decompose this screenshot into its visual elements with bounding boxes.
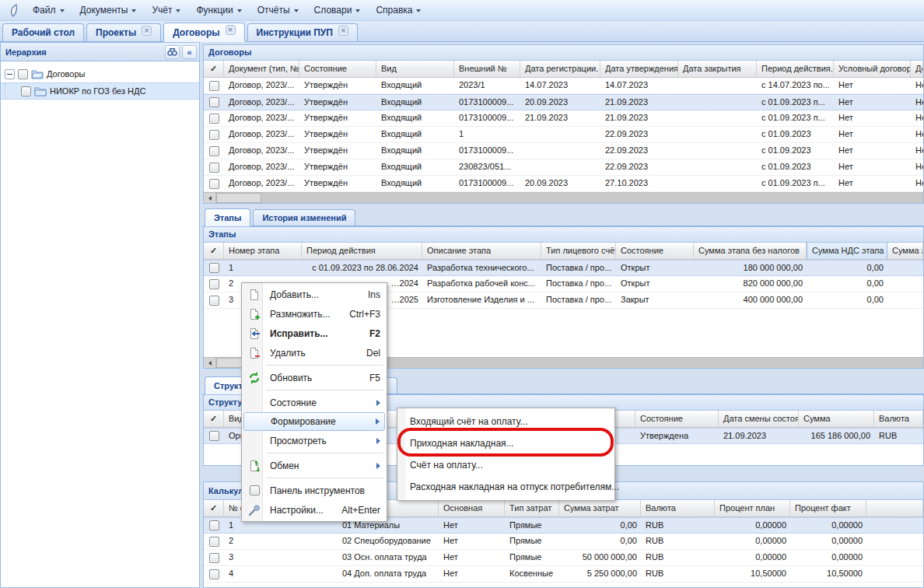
table-row[interactable]: Договор, 2023/...УтверждёнВходящий017310…	[204, 176, 923, 192]
row-checkbox[interactable]	[204, 429, 224, 443]
menubar-item-reports[interactable]: Отчёты	[250, 2, 306, 18]
row-checkbox[interactable]	[204, 550, 224, 565]
tab-desktop[interactable]: Рабочий стол	[2, 23, 84, 41]
close-icon[interactable]: ✕	[226, 25, 236, 35]
collapse-left-icon[interactable]: «	[182, 45, 197, 59]
row-checkbox[interactable]	[204, 95, 224, 110]
column-header[interactable]: Сумма НДС этапа	[807, 243, 887, 259]
row-checkbox[interactable]	[204, 518, 224, 533]
tab-change-history[interactable]: История изменений	[253, 209, 355, 226]
table-row[interactable]: 202 СпецоборудованиеНетПрямые0,00RUB0,00…	[204, 534, 923, 550]
row-checkbox[interactable]	[204, 159, 224, 175]
tab-stages[interactable]: Этапы	[205, 208, 250, 226]
scrollbar-thumb[interactable]	[216, 193, 261, 203]
menubar-item-accounting[interactable]: Учёт	[144, 2, 188, 18]
column-header[interactable]: Описание этапа	[422, 243, 541, 259]
column-header[interactable]: Тип затрат	[505, 500, 559, 516]
table-row[interactable]: Договор, 2023/...УтверждёнВходящий122.09…	[204, 127, 923, 143]
table-row[interactable]: 303 Осн. оплата трудаНетПрямые50 000 000…	[204, 550, 923, 566]
column-header[interactable]: Сумма затрат	[559, 500, 641, 516]
row-checkbox[interactable]	[204, 534, 224, 549]
column-header[interactable]: Валюта	[641, 500, 715, 516]
table-row[interactable]: Договор, 2023/...УтверждёнВходящий017310…	[204, 94, 923, 110]
table-row[interactable]: Договор, 2023/...УтверждёнВходящий2023/1…	[204, 78, 923, 94]
context-menu-item[interactable]: Панель инструментов	[243, 481, 385, 500]
table-row[interactable]: Договор, 2023/...УтверждёнВходящий017310…	[204, 110, 923, 127]
menubar-item-help[interactable]: Справка	[368, 2, 429, 18]
row-checkbox[interactable]	[204, 566, 224, 582]
table-row[interactable]: Договор, 2023/...УтверждёнВходящий230823…	[204, 159, 923, 176]
column-header[interactable]: Процент факт	[790, 500, 866, 516]
column-header[interactable]: Состояние	[635, 411, 719, 427]
context-menu-item[interactable]: Формирование	[243, 412, 385, 431]
scroll-left-icon[interactable]	[204, 193, 216, 203]
table-row[interactable]: 1с 01.09.2023 по 28.06.2024Разработка те…	[204, 260, 923, 276]
column-header[interactable]: Сумма	[799, 411, 874, 427]
tree-node[interactable]: Договоры	[1, 65, 199, 82]
submenu-item[interactable]: Счёт на оплату...	[399, 454, 613, 476]
column-header[interactable]: ✓	[204, 61, 224, 77]
context-menu-item[interactable]: Просмотреть	[243, 431, 385, 450]
row-checkbox[interactable]	[204, 176, 224, 191]
column-header[interactable]: Сумма эт	[887, 243, 923, 259]
column-header[interactable]: Валюта	[874, 411, 923, 427]
column-header[interactable]: Процент план	[715, 500, 790, 516]
row-checkbox[interactable]	[204, 261, 224, 275]
row-checkbox[interactable]	[204, 78, 224, 93]
table-row[interactable]: 404 Доп. оплата трудаНетКосвенные5 250 0…	[204, 566, 923, 583]
submenu-item[interactable]: Расходная накладная на отпуск потребител…	[399, 476, 613, 498]
column-header[interactable]: Тип лицевого счёт	[541, 243, 616, 259]
context-menu-item[interactable]: Обмен	[243, 456, 385, 475]
submenu-item[interactable]: Входящий счёт на оплату...	[399, 411, 613, 432]
tab-contracts[interactable]: Договоры✕	[163, 23, 244, 42]
table-row[interactable]: Договор, 2023/...УтверждёнВходящий017310…	[204, 143, 923, 159]
context-menu-item[interactable]: ОбновитьF5	[243, 368, 385, 387]
column-header[interactable]: ✓	[204, 411, 224, 427]
context-menu-item[interactable]: Настройки...Alt+Enter	[243, 500, 385, 520]
column-header[interactable]: Период действия	[302, 243, 422, 259]
column-header[interactable]: ✓	[204, 243, 224, 259]
context-menu-item[interactable]: Состояние	[243, 393, 385, 412]
column-header[interactable]: Дата смены состоя	[719, 411, 799, 427]
row-checkbox[interactable]	[204, 143, 224, 159]
row-checkbox[interactable]	[204, 276, 224, 292]
tab-pup-instructions[interactable]: Инструкции ПУП✕	[247, 23, 358, 41]
row-checkbox[interactable]	[204, 127, 224, 142]
row-checkbox[interactable]	[204, 292, 224, 308]
scroll-left-icon[interactable]	[204, 358, 216, 368]
column-header[interactable]: Документ (тип, №	[224, 61, 299, 77]
tab-projects[interactable]: Проекты✕	[86, 23, 161, 41]
menubar-item-documents[interactable]: Документы	[72, 2, 145, 18]
context-menu-item[interactable]: Размножить...Ctrl+F3	[243, 304, 385, 324]
menubar-item-functions[interactable]: Функции	[188, 2, 249, 18]
column-header[interactable]: Состояние	[299, 61, 376, 77]
tree-node[interactable]: НИОКР по ГОЗ без НДС	[1, 82, 199, 100]
tree-expander-icon[interactable]	[5, 69, 15, 79]
column-header[interactable]: Состояние	[616, 243, 694, 259]
column-header[interactable]: Основная	[439, 500, 505, 516]
context-menu-item[interactable]: Исправить...F2	[243, 324, 385, 343]
context-menu-item[interactable]: УдалитьDel	[243, 343, 385, 362]
row-checkbox[interactable]	[204, 110, 224, 126]
tree-checkbox[interactable]	[18, 69, 28, 79]
column-header[interactable]: До	[911, 61, 923, 77]
tree-checkbox[interactable]	[21, 86, 31, 96]
column-header[interactable]: Период действия..	[757, 61, 834, 77]
menubar-item-file[interactable]: Файл	[25, 2, 72, 18]
column-header[interactable]: Сумма этапа без налогов	[694, 243, 807, 259]
search-icon[interactable]	[165, 45, 180, 59]
close-icon[interactable]: ✕	[142, 26, 152, 36]
column-header[interactable]: ✓	[204, 500, 224, 516]
column-header[interactable]: Вид	[376, 61, 454, 77]
column-header[interactable]: Дата утверждения	[600, 61, 678, 77]
column-header[interactable]: Дата регистрации.	[520, 61, 600, 77]
close-icon[interactable]: ✕	[338, 26, 348, 36]
context-menu-item[interactable]: Добавить...Ins	[243, 285, 385, 304]
horizontal-scrollbar[interactable]	[204, 192, 923, 203]
column-header[interactable]: Условный договор	[834, 61, 911, 77]
column-header[interactable]: Дата закрытия	[678, 61, 757, 77]
menubar-item-dictionaries[interactable]: Словари	[306, 2, 369, 18]
column-header[interactable]	[866, 500, 923, 516]
column-header[interactable]: Номер этапа	[224, 243, 302, 259]
submenu-item[interactable]: Приходная накладная...	[399, 432, 613, 454]
